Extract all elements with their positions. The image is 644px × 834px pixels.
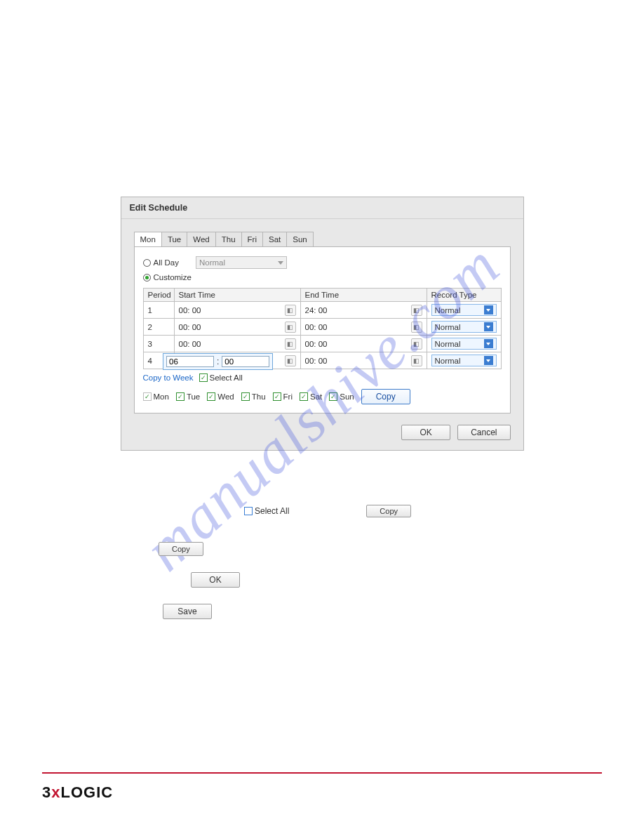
- table-row: 1 00: 00◧ 24: 00◧ Normal: [143, 302, 501, 319]
- radio-all-day-label: All Day: [154, 258, 179, 267]
- time-picker-icon[interactable]: ◧: [285, 322, 296, 333]
- cell-end[interactable]: 00: 00: [305, 340, 328, 348]
- checkbox-icon: [329, 392, 337, 401]
- day-label: Sun: [340, 392, 354, 401]
- time-picker-icon[interactable]: ◧: [411, 338, 422, 350]
- th-start: Start Time: [174, 289, 300, 302]
- copy-button-standalone[interactable]: Copy: [159, 542, 203, 556]
- radio-dot-icon: [143, 274, 151, 282]
- day-label: Sat: [310, 392, 322, 401]
- time-picker-icon[interactable]: ◧: [285, 305, 296, 316]
- tab-sat[interactable]: Sat: [262, 232, 287, 246]
- cancel-button[interactable]: Cancel: [457, 425, 510, 440]
- dialog-title: Edit Schedule: [121, 197, 523, 219]
- minute-input[interactable]: [222, 356, 269, 367]
- record-type-value: Normal: [435, 306, 461, 315]
- radio-dot-icon: [143, 259, 151, 267]
- tab-panel: All Day Normal Customize: [134, 247, 511, 413]
- tab-fri[interactable]: Fri: [241, 232, 263, 246]
- table-row: 3 00: 00◧ 00: 00◧ Normal: [143, 336, 501, 352]
- cell-period: 2: [143, 319, 174, 336]
- brand-post: LOGIC: [61, 783, 114, 801]
- cell-start[interactable]: 00: 00: [179, 306, 201, 315]
- checkbox-icon: [143, 392, 152, 401]
- cell-end[interactable]: 00: 00: [305, 323, 328, 331]
- table-row: 2 00: 00◧ 00: 00◧ Normal: [143, 319, 501, 336]
- record-type-select[interactable]: Normal: [431, 304, 497, 316]
- brand-logo: 3xLOGIC: [42, 783, 113, 802]
- day-tabs: Mon Tue Wed Thu Fri Sat Sun: [134, 232, 511, 247]
- time-picker-icon[interactable]: ◧: [411, 355, 422, 366]
- checkbox-icon: [300, 392, 308, 401]
- chevron-down-icon: [484, 356, 493, 365]
- all-day-type-select: Normal: [196, 256, 287, 269]
- day-check-thu[interactable]: Thu: [241, 392, 266, 401]
- chevron-down-icon: [278, 261, 283, 265]
- day-label: Wed: [217, 392, 234, 401]
- chevron-down-icon: [484, 322, 493, 331]
- radio-customize[interactable]: Customize: [143, 273, 192, 282]
- cell-period: 1: [143, 302, 174, 319]
- cell-start[interactable]: 00: 00: [179, 340, 201, 348]
- ok-button-standalone[interactable]: OK: [191, 572, 240, 588]
- day-check-fri[interactable]: Fri: [273, 392, 293, 401]
- cell-end[interactable]: 24: 00: [305, 306, 328, 315]
- select-all-checkbox[interactable]: Select All: [199, 373, 243, 382]
- cell-end[interactable]: 00: 00: [305, 357, 328, 365]
- day-label: Thu: [252, 392, 266, 401]
- time-picker-icon[interactable]: ◧: [285, 355, 296, 366]
- chevron-down-icon: [484, 339, 493, 348]
- checkbox-icon: [244, 507, 253, 515]
- time-picker-icon[interactable]: ◧: [411, 305, 422, 316]
- day-check-mon[interactable]: Mon: [143, 392, 169, 401]
- th-period: Period: [143, 289, 174, 302]
- day-check-wed[interactable]: Wed: [207, 392, 234, 401]
- checkbox-icon: [241, 392, 250, 401]
- table-header-row: Period Start Time End Time Record Type: [143, 289, 501, 302]
- day-label: Fri: [283, 392, 293, 401]
- cell-start[interactable]: 00: 00: [179, 323, 201, 331]
- select-all-label: Select All: [255, 506, 289, 516]
- record-type-select[interactable]: Normal: [431, 355, 497, 366]
- time-sep: :: [217, 357, 219, 366]
- record-type-select[interactable]: Normal: [431, 321, 497, 333]
- record-type-value: Normal: [435, 357, 461, 365]
- tab-sun[interactable]: Sun: [286, 232, 313, 246]
- brand-pre: 3: [42, 783, 51, 801]
- checkbox-icon: [273, 392, 281, 401]
- day-label: Tue: [187, 392, 200, 401]
- day-check-tue[interactable]: Tue: [176, 392, 200, 401]
- checkbox-icon: [207, 392, 215, 401]
- copy-button-standalone[interactable]: Copy: [366, 505, 411, 517]
- copy-to-week-link[interactable]: Copy to Week: [143, 373, 194, 382]
- checkbox-icon: [176, 392, 185, 401]
- time-editor-popup[interactable]: :: [163, 353, 273, 370]
- time-picker-icon[interactable]: ◧: [285, 338, 296, 350]
- day-check-sat[interactable]: Sat: [300, 392, 322, 401]
- copy-button[interactable]: Copy: [361, 389, 410, 404]
- time-picker-icon[interactable]: ◧: [411, 322, 422, 333]
- hour-input[interactable]: [166, 356, 214, 367]
- select-all-checkbox-standalone[interactable]: Select All: [244, 506, 289, 516]
- chevron-down-icon: [484, 305, 493, 315]
- edit-schedule-dialog: Edit Schedule Mon Tue Wed Thu Fri Sat Su…: [121, 197, 524, 451]
- cell-period: 3: [143, 336, 174, 352]
- th-end: End Time: [300, 289, 427, 302]
- tab-mon[interactable]: Mon: [134, 232, 162, 246]
- ok-button[interactable]: OK: [401, 425, 450, 440]
- brand-x: x: [51, 783, 60, 801]
- day-label: Mon: [154, 392, 169, 401]
- all-day-type-value: Normal: [199, 258, 225, 267]
- tab-tue[interactable]: Tue: [161, 232, 187, 246]
- tab-thu[interactable]: Thu: [215, 232, 242, 246]
- day-check-sun[interactable]: Sun: [329, 392, 354, 401]
- checkbox-icon: [199, 373, 208, 382]
- record-type-value: Normal: [435, 340, 461, 348]
- record-type-select[interactable]: Normal: [431, 338, 497, 350]
- record-type-value: Normal: [435, 323, 461, 331]
- save-button-standalone[interactable]: Save: [163, 604, 212, 619]
- th-type: Record Type: [427, 289, 501, 302]
- select-all-label: Select All: [210, 373, 243, 382]
- radio-all-day[interactable]: All Day: [143, 258, 179, 267]
- tab-wed[interactable]: Wed: [187, 232, 215, 246]
